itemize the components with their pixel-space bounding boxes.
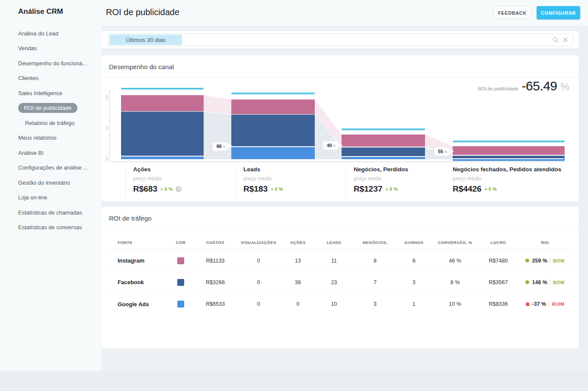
page-title: ROI de publicidade [106, 7, 179, 17]
bar-negocios-instagram[interactable] [342, 135, 425, 147]
bar-acoes-facebook[interactable] [121, 112, 204, 156]
cell-conversao: 10 % [432, 301, 478, 307]
divider [102, 228, 579, 229]
bar-acoes-instagram[interactable] [121, 95, 204, 111]
cell-negocios: 7 [355, 279, 396, 285]
clear-filter-icon[interactable] [562, 37, 569, 43]
stage-delta: + 0 % [160, 186, 173, 192]
sidebar-item-analise-bi[interactable]: Análise BI [0, 145, 102, 160]
configure-button[interactable]: CONFIGURAR [537, 6, 580, 19]
ribbon-pink-1 [204, 95, 231, 114]
stage-label-acoes: Ações preço médio R$683 + 0 % ? [125, 165, 233, 199]
sidebar-item-relatorio-trafego[interactable]: Relatório de tráfego [0, 115, 102, 131]
stage-price: R$1237 [354, 184, 383, 194]
col-header-cor: COR [166, 240, 196, 245]
y-tick-3: 0 [106, 157, 108, 162]
cell-conversao: 46 % [432, 258, 478, 264]
cell-acoes: 0 [282, 301, 313, 307]
axis-end-tick [563, 157, 565, 160]
cell-custos: R$3266 [196, 279, 235, 285]
source-name: Facebook [109, 279, 166, 285]
source-name: Instagram [109, 257, 166, 264]
sidebar-item-desempenho[interactable]: Desempenho do funcioná... [0, 56, 102, 71]
col-header-ganhos: GANHOS [396, 240, 432, 245]
bar-leads-googleads[interactable] [231, 147, 315, 159]
status-separator [550, 258, 550, 263]
stage-delta: + 0 % [485, 186, 497, 192]
sidebar: Análise CRM Análise do Lead Vendas Desem… [0, 0, 102, 371]
stage-price: R$4426 [453, 184, 482, 194]
col-header-leads: LEADS [313, 240, 355, 245]
ribbon-gray-1 [204, 112, 231, 159]
sidebar-item-sales-intelligence[interactable]: Sales Intelligence [0, 86, 102, 101]
svg-text:%: % [333, 144, 336, 148]
col-header-negocios: NEGÓCIOS, [355, 240, 396, 245]
table-row-facebook[interactable]: Facebook R$3266 0 38 23 7 3 8 % R$3567 1… [109, 272, 571, 293]
cell-acoes: 13 [282, 258, 313, 264]
svg-text:86: 86 [217, 144, 222, 149]
cell-lucro: R$7480 [478, 258, 519, 264]
col-header-roi: ROI [519, 240, 571, 245]
bar-fechados-facebook[interactable] [453, 156, 565, 158]
stage-label-negocios-fechados: Negócios fechados, Pedidos atendidos pre… [445, 165, 575, 199]
sidebar-item-estatisticas-conversas[interactable]: Estatísticas de conversas [0, 220, 102, 235]
sidebar-item-vendas[interactable]: Vendas [0, 41, 102, 56]
bar-acoes-googleads[interactable] [121, 157, 204, 159]
feedback-button[interactable]: FEEDBACK [493, 6, 531, 19]
bar-leads-facebook[interactable] [231, 115, 315, 146]
status-separator [550, 279, 550, 285]
cell-ganhos: 3 [396, 279, 432, 285]
sidebar-item-gestao-inventario[interactable]: Gestão do inventário [0, 175, 102, 190]
source-name: Google Ads [109, 301, 166, 308]
cell-roi: 146 % BOM [519, 279, 571, 285]
search-icon[interactable] [553, 37, 559, 43]
traffic-table: FONTE COR CUSTOS VISUALIZAÇÕES AÇÕES LEA… [109, 235, 571, 315]
bar-negocios-cap [342, 128, 425, 130]
cell-leads: 10 [313, 301, 355, 307]
filter-search-input[interactable]: Últimos 30 dias [107, 33, 573, 46]
filter-tag-periodo[interactable]: Últimos 30 dias [109, 35, 182, 45]
sidebar-item-clientes[interactable]: Clientes [0, 71, 102, 86]
cell-visualizacoes: 0 [235, 279, 282, 285]
bar-fechados-googleads[interactable] [453, 159, 565, 161]
sidebar-item-analise-do-lead[interactable]: Análise do Lead [0, 26, 102, 41]
sidebar-item-estatisticas-chamadas[interactable]: Estatísticas de chamadas [0, 205, 102, 220]
cell-leads: 23 [313, 279, 355, 285]
table-row-instagram[interactable]: Instagram R$1133 0 13 11 8 6 46 % R$7480… [109, 250, 571, 272]
y-tick-1: 0 [106, 95, 108, 99]
sidebar-item-configuracoes[interactable]: Configurações de análise ... [0, 160, 102, 176]
col-header-visualizacoes: VISUALIZAÇÕES [235, 240, 282, 245]
info-icon[interactable]: ? [176, 186, 182, 192]
cell-acoes: 38 [282, 279, 313, 285]
cell-custos: R$1133 [196, 258, 235, 264]
cell-ganhos: 1 [396, 301, 432, 307]
color-swatch [177, 279, 184, 286]
table-row-google-ads[interactable]: Google Ads R$6533 0 0 10 3 1 10 % R$8336… [109, 293, 571, 315]
stage-price: R$183 [243, 184, 268, 194]
stage-delta: + 0 % [386, 186, 398, 192]
svg-text:%: % [223, 144, 226, 149]
filter-card: Últimos 30 dias [102, 31, 579, 48]
channel-card-title: Desempenho do canal [109, 63, 174, 71]
funnel-chart: 0 0 0 [106, 82, 569, 167]
status-badge: BOM [553, 258, 565, 263]
bar-fechados-instagram[interactable] [453, 146, 565, 155]
cell-leads: 11 [313, 258, 355, 264]
bar-leads-instagram[interactable] [231, 99, 315, 114]
sidebar-item-loja-online[interactable]: Loja on-line [0, 190, 102, 205]
color-swatch [177, 257, 184, 264]
stage-price: R$683 [133, 184, 157, 194]
cell-ganhos: 6 [396, 258, 432, 264]
table-header-row: FONTE COR CUSTOS VISUALIZAÇÕES AÇÕES LEA… [109, 235, 571, 250]
stage-label-leads: Leads preço médio R$183 + 0 % [236, 165, 344, 199]
sidebar-item-roi-publicidade[interactable]: ROI de publicidade [0, 101, 102, 116]
col-header-custos: CUSTOS [196, 240, 235, 245]
cell-lucro: R$3567 [478, 279, 519, 285]
sidebar-item-meus-relatorios[interactable]: Meus relatórios [0, 131, 102, 146]
bar-negocios-facebook[interactable] [342, 147, 425, 156]
bar-negocios-googleads[interactable] [342, 157, 425, 159]
cell-visualizacoes: 0 [235, 258, 282, 264]
roi-status-dot [525, 280, 529, 284]
y-tick-2: 0 [106, 126, 108, 131]
stage-delta: + 0 % [271, 186, 283, 192]
